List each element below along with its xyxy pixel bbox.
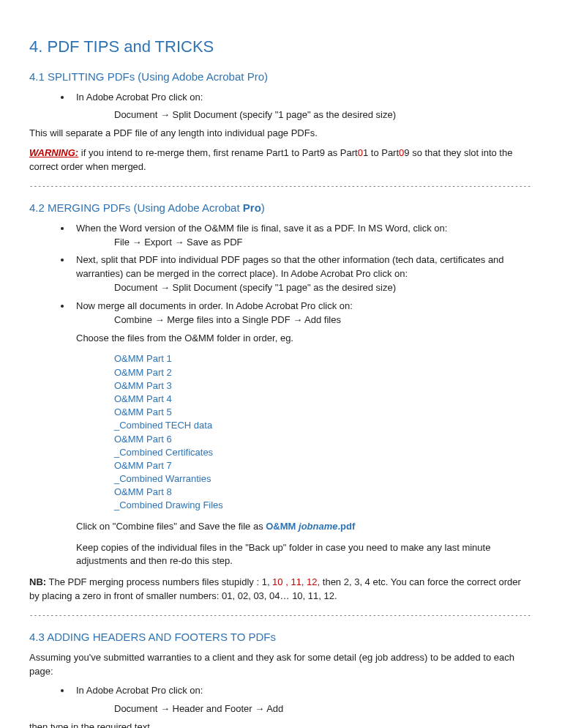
arrow-icon: →	[160, 109, 170, 120]
list-text: Next, split that PDF into individual PDF…	[76, 254, 504, 279]
file-item: O&MM Part 4	[114, 393, 533, 406]
arrow-icon: →	[160, 282, 170, 293]
file-item: O&MM Part 8	[114, 486, 533, 499]
file-item: O&MM Part 3	[114, 379, 533, 393]
list-4-3: In Adobe Acrobat Pro click on:	[72, 684, 533, 698]
arrow-icon: →	[132, 237, 142, 248]
list-text: When the Word version of the O&MM file i…	[76, 223, 447, 234]
list-item: In Adobe Acrobat Pro click on:	[72, 684, 533, 698]
menu-path: Document → Header and Footer → Add	[114, 702, 533, 716]
file-item: O&MM Part 2	[114, 366, 533, 379]
arrow-icon: →	[293, 314, 302, 325]
file-item: O&MM Part 5	[114, 406, 533, 419]
section-4-2-heading: 4.2 MERGING PDFs (Using Adobe Acrobat Pr…	[29, 200, 533, 216]
nb-paragraph: NB: The PDF merging process numbers file…	[29, 576, 533, 603]
list-text: Now merge all documents in order. In Ado…	[76, 300, 353, 311]
list-item: When the Word version of the O&MM file i…	[72, 222, 533, 250]
file-item: _Combined Drawing Files	[114, 499, 533, 512]
arrow-icon: →	[160, 703, 170, 714]
file-list: O&MM Part 1 O&MM Part 2 O&MM Part 3 O&MM…	[114, 352, 533, 512]
divider-dashes: ----------------------------------------…	[29, 182, 533, 191]
arrow-icon: →	[174, 237, 184, 248]
list-item: Next, split that PDF into individual PDF…	[72, 253, 533, 295]
file-item: _Combined Certificates	[114, 446, 533, 459]
section-4-3-heading: 4.3 ADDING HEADERS AND FOOTERS TO PDFs	[29, 629, 533, 645]
page-title: 4. PDF TIPS and TRICKS	[29, 35, 533, 59]
arrow-icon: →	[255, 703, 264, 714]
list-text: In Adobe Acrobat Pro click on:	[76, 92, 203, 103]
file-item: _Combined TECH data	[114, 419, 533, 432]
menu-path: File → Export → Save as PDF	[114, 236, 533, 250]
paragraph: Assuming you've submitted warranties to …	[29, 651, 533, 679]
menu-path: Combine → Merge files into a Single PDF …	[114, 313, 533, 327]
list-4-2: When the Word version of the O&MM file i…	[72, 222, 533, 327]
menu-path: Document → Split Document (specify "1 pa…	[114, 108, 533, 122]
file-item: O&MM Part 6	[114, 433, 533, 446]
section-4-1-heading: 4.1 SPLITTING PDFs (Using Adobe Acrobat …	[29, 69, 533, 85]
warning-label: WARNING:	[29, 147, 78, 158]
paragraph: then type in the required text.	[29, 721, 533, 728]
paragraph: Click on "Combine files" and Save the fi…	[76, 520, 533, 534]
list-text: In Adobe Acrobat Pro click on:	[76, 685, 203, 696]
arrow-icon: →	[155, 314, 165, 325]
file-item: O&MM Part 7	[114, 459, 533, 472]
list-item: In Adobe Acrobat Pro click on:	[72, 91, 533, 105]
paragraph: Keep copies of the individual files in t…	[76, 541, 533, 569]
paragraph: Choose the files from the O&MM folder in…	[76, 332, 533, 346]
menu-path: Document → Split Document (specify "1 pa…	[114, 281, 533, 295]
paragraph: This will separate a PDF file of any len…	[29, 127, 533, 141]
warning-paragraph: WARNING: if you intend to re-merge them,…	[29, 146, 533, 174]
list-4-1: In Adobe Acrobat Pro click on:	[72, 91, 533, 105]
nb-label: NB:	[29, 576, 46, 587]
divider-dashes: ----------------------------------------…	[29, 611, 533, 620]
file-item: O&MM Part 1	[114, 352, 533, 365]
file-item: _Combined Warranties	[114, 472, 533, 486]
list-item: Now merge all documents in order. In Ado…	[72, 300, 533, 327]
